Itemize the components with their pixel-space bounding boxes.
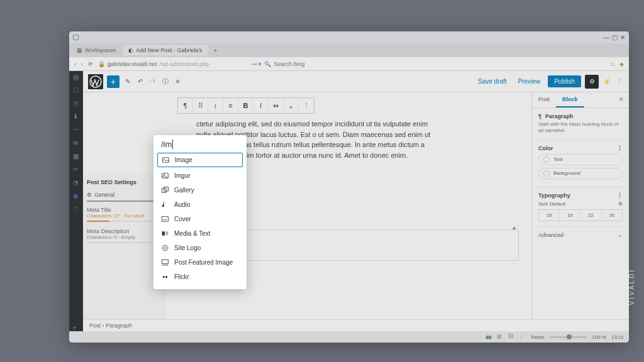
option-media-text[interactable]: Media & Text [153,226,247,241]
extension-icon[interactable]: ◆ [619,61,624,67]
camera-icon[interactable]: 📷 [486,334,492,340]
drag-handle-icon[interactable]: ⠿ [193,98,208,113]
option-featured-image[interactable]: Post Featured Image [153,255,247,270]
image-toggle-icon[interactable]: 🖼 [508,334,514,340]
search-engine-icon[interactable]: 🔍 [264,61,271,67]
window-maximize-icon[interactable]: ▢ [612,34,618,41]
publish-button[interactable]: Publish [548,75,581,87]
font-size-presets[interactable]: 18 18 22 26 [538,209,623,221]
outline-icon[interactable]: ≡ [174,77,182,86]
flickr-icon [161,273,169,281]
vivaldi-menu-icon[interactable] [73,35,79,40]
wp-logo-icon[interactable] [88,74,103,89]
meta-desc-label: Meta Description [87,228,160,234]
slash-command-input[interactable]: /im [153,140,247,151]
collapse-icon[interactable]: ▴ [513,224,516,231]
image-icon [162,156,170,164]
block-options-icon[interactable]: ⋮ [299,98,314,113]
settings-icon[interactable]: ⚙ [585,75,599,89]
browser-status-bar: 📷 ▦ 🖼 ⫶ Reset 100 % 13:21 [69,331,629,343]
option-flickr[interactable]: Flickr [153,270,247,284]
bookmarks-icon[interactable]: ☐ [73,87,80,94]
svg-rect-8 [162,231,165,236]
tab-block[interactable]: Block [556,92,584,107]
info-icon[interactable]: ⓘ [161,77,170,86]
block-toolbar: ¶ ⠿ ↕ ≡ B I ⇔ ⌄ ⋮ [177,97,314,114]
tab-post[interactable]: Post [532,92,556,107]
new-tab-button[interactable]: + [210,47,221,54]
color-options-icon[interactable]: ⋮ [617,145,623,151]
link-button[interactable]: ⇔ [269,98,284,113]
undo-icon[interactable]: ↶ [136,77,145,86]
save-draft-button[interactable]: Save draft [474,78,511,85]
shield-icon[interactable]: ⬡ [73,206,80,212]
add-panel-icon[interactable]: + [73,324,80,331]
bold-button[interactable]: B [238,98,253,113]
filter-icon[interactable]: ⫶ [519,334,526,340]
option-image[interactable]: Image [157,153,243,167]
background-color-button[interactable]: Background [538,168,623,179]
option-imgur[interactable]: Imgur [153,168,247,183]
typo-options-icon[interactable]: ⋮ [617,192,623,199]
chat-icon[interactable]: ◉ [73,192,80,199]
edit-icon[interactable]: ✎ [123,77,132,86]
download-icon[interactable]: ⬇ [73,113,80,120]
featured-image-icon [161,258,169,266]
text-color-button[interactable]: Text [538,154,623,165]
calendar-icon[interactable]: ▦ [73,153,80,160]
advanced-section[interactable]: Advanced⌄ [532,227,629,243]
search-input[interactable] [274,61,606,67]
more-formatting-icon[interactable]: ⌄ [284,98,299,113]
option-audio[interactable]: Audio [153,197,247,212]
window-titlebar: — ▢ ✕ [69,31,629,43]
tab-strip: ▦ Workspaces ◐ Add New Post - Gabriela's… [69,43,629,57]
window-minimize-icon[interactable]: — [603,34,609,41]
mail-icon[interactable]: ✉ [73,140,80,146]
zoom-slider[interactable] [549,336,587,338]
home-icon[interactable]: ⌂ [611,61,614,67]
feed-icon[interactable]: ✑ [73,166,80,173]
media-text-icon [161,229,169,238]
breadcrumb[interactable]: Post › Paragraph [83,319,629,331]
reset-zoom[interactable]: Reset [531,334,544,340]
block-desc: Start with the basic building block of a… [538,121,623,134]
reload-icon[interactable]: ⟳ [88,61,93,67]
svg-point-13 [164,247,166,249]
clock-icon[interactable]: ◷ [73,100,80,107]
url-display[interactable]: 🔒 gabrielav.vivaldi.net/wp-admin/post.ph… [98,61,209,67]
meta-title-label: Meta Title [87,207,160,213]
seo-panel-title: Post SEO Settings [87,179,160,185]
imgur-icon [161,172,169,180]
preview-button[interactable]: Preview [514,78,545,85]
nav-back-icon[interactable]: ‹ [74,61,76,67]
clock: 13:21 [611,334,624,340]
jetpack-icon[interactable]: ⚡ [602,77,611,86]
more-icon[interactable]: ⋮ [615,77,624,86]
tab-active[interactable]: ◐ Add New Post - Gabriela's [123,45,207,55]
tab-workspaces[interactable]: ▦ Workspaces [72,45,121,55]
vivaldi-watermark: VIVALDI [628,268,635,305]
option-cover[interactable]: Cover [153,212,247,226]
option-gallery[interactable]: Gallery [153,183,247,197]
tile-icon[interactable]: ▦ [497,334,503,340]
italic-button[interactable]: I [253,98,269,113]
redo-icon[interactable]: ↷ [148,77,157,86]
add-block-button[interactable]: + [107,75,119,88]
svg-rect-14 [162,260,169,264]
panel-icon[interactable]: ▤ [73,74,80,80]
contacts-icon[interactable]: ◔ [73,179,80,186]
nav-forward-icon[interactable]: › [81,61,83,67]
option-site-logo[interactable]: Site Logo [153,241,247,255]
block-settings-sidebar: Post Block ✕ ¶ Paragraph Start with the … [531,92,629,319]
site-logo-icon [161,244,169,252]
block-type-icon[interactable]: ¶ [178,98,193,113]
seo-tab-general[interactable]: ⚙ General ‹ [87,189,160,202]
close-sidebar-icon[interactable]: ✕ [614,92,629,107]
activity-icon[interactable]: 〰 [73,126,80,133]
window-close-icon[interactable]: ✕ [620,34,625,41]
size-settings-icon[interactable]: ⚙ [618,201,623,207]
align-icon[interactable]: ≡ [223,98,238,113]
gallery-icon [161,186,169,194]
move-icon[interactable]: ↕ [208,98,223,113]
wp-admin-sidebar: ▤ ☐ ◷ ⬇ 〰 ✉ ▦ ✑ ◔ ◉ ⬡ + [69,71,83,331]
